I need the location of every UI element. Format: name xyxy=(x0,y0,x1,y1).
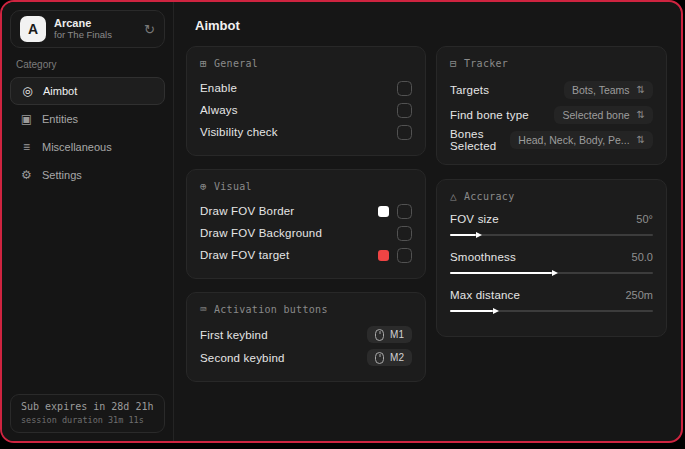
slider-fill xyxy=(450,310,493,312)
visual-icon: ⊕ xyxy=(200,180,207,193)
first-keybind-button[interactable]: M1 xyxy=(367,326,412,343)
brand-title: Arcane xyxy=(54,17,112,30)
setting-row-enable: Enable xyxy=(200,77,412,99)
visibility-check-checkbox[interactable] xyxy=(397,125,412,140)
setting-row-smoothness: Smoothness 50.0 xyxy=(450,248,653,277)
enable-checkbox[interactable] xyxy=(397,81,412,96)
sidebar-item-settings[interactable]: ⚙ Settings xyxy=(10,161,165,189)
setting-row-max-distance: Max distance 250m xyxy=(450,286,653,315)
setting-row-first-keybind: First keybind M1 xyxy=(200,323,412,346)
setting-label: FOV size xyxy=(450,213,499,225)
app-logo: A xyxy=(20,16,46,42)
fov-border-color-swatch[interactable] xyxy=(378,206,389,217)
category-label: Category xyxy=(16,59,159,70)
setting-label: Smoothness xyxy=(450,251,516,263)
targets-dropdown[interactable]: Bots, Teams ⇅ xyxy=(564,81,653,99)
sidebar-item-miscellaneous[interactable]: ≡ Miscellaneous xyxy=(10,133,165,161)
setting-label: Enable xyxy=(200,82,237,94)
max-distance-slider[interactable] xyxy=(450,307,653,315)
bones-selected-dropdown[interactable]: Head, Neck, Body, Pe... ⇅ xyxy=(510,131,653,149)
max-distance-value: 250m xyxy=(625,289,653,301)
panel-title: Activation buttons xyxy=(214,304,328,315)
sidebar: A Arcane for The Finals ↻ Category ◎ Aim… xyxy=(2,2,174,441)
panel-title: Accuracy xyxy=(464,191,515,202)
sidebar-item-label: Miscellaneous xyxy=(42,141,112,153)
dropdown-value: Bots, Teams xyxy=(572,84,630,96)
setting-row-second-keybind: Second keybind M2 xyxy=(200,346,412,369)
mouse-icon xyxy=(375,352,384,364)
setting-row-find-bone-type: Find bone type Selected bone ⇅ xyxy=(450,102,653,127)
brand-card: A Arcane for The Finals ↻ xyxy=(10,10,165,48)
panel-title: Visual xyxy=(214,181,252,192)
app-window: A Arcane for The Finals ↻ Category ◎ Aim… xyxy=(0,0,683,443)
fov-size-slider[interactable] xyxy=(450,231,653,239)
setting-label: Bones Selected xyxy=(450,128,510,152)
keyboard-icon: ⌨ xyxy=(200,303,207,316)
tracker-icon: ⊟ xyxy=(450,57,457,70)
gear-icon: ⚙ xyxy=(20,168,33,182)
subscription-info-box: Sub expires in 28d 21h session duration … xyxy=(10,394,165,433)
slider-fill xyxy=(450,234,476,236)
sidebar-nav: ◎ Aimbot ▣ Entities ≡ Miscellaneous ⚙ Se… xyxy=(2,77,173,189)
unfold-icon: ⇅ xyxy=(637,109,645,120)
panel-accuracy: △ Accuracy FOV size 50° xyxy=(436,179,667,337)
sidebar-item-label: Entities xyxy=(42,113,78,125)
subscription-expiry: Sub expires in 28d 21h xyxy=(21,401,154,412)
panel-tracker: ⊟ Tracker Targets Bots, Teams ⇅ Find bon… xyxy=(436,46,667,165)
setting-row-fov-size: FOV size 50° xyxy=(450,210,653,239)
setting-row-fov-target: Draw FOV target xyxy=(200,244,412,266)
refresh-icon[interactable]: ↻ xyxy=(144,22,155,37)
unfold-icon: ⇅ xyxy=(637,84,645,95)
smoothness-value: 50.0 xyxy=(632,251,653,263)
setting-row-visibility-check: Visibility check xyxy=(200,121,412,143)
fov-target-color-swatch[interactable] xyxy=(378,250,389,261)
smoothness-slider[interactable] xyxy=(450,269,653,277)
setting-label: Visibility check xyxy=(200,126,278,138)
second-keybind-button[interactable]: M2 xyxy=(367,349,412,366)
session-duration: session duration 31m 11s xyxy=(21,415,154,425)
unfold-icon: ⇅ xyxy=(637,134,645,145)
sidebar-item-label: Settings xyxy=(42,169,82,181)
panel-title: Tracker xyxy=(464,58,508,69)
always-checkbox[interactable] xyxy=(397,103,412,118)
sidebar-item-aimbot[interactable]: ◎ Aimbot xyxy=(10,77,165,105)
sidebar-item-label: Aimbot xyxy=(43,85,77,97)
general-icon: ⊞ xyxy=(200,57,207,70)
entities-icon: ▣ xyxy=(20,112,33,126)
setting-row-bones-selected: Bones Selected Head, Neck, Body, Pe... ⇅ xyxy=(450,127,653,152)
setting-label: Max distance xyxy=(450,289,520,301)
keybind-value: M1 xyxy=(390,329,404,340)
dropdown-value: Head, Neck, Body, Pe... xyxy=(518,134,629,146)
setting-label: Second keybind xyxy=(200,352,285,364)
panel-activation-buttons: ⌨ Activation buttons First keybind M1 Se… xyxy=(186,292,426,382)
setting-label: Targets xyxy=(450,84,489,96)
setting-label: Draw FOV Border xyxy=(200,205,294,217)
mouse-icon xyxy=(375,329,384,341)
setting-label: Find bone type xyxy=(450,109,529,121)
main-content: Aimbot ⊞ General Enable Always xyxy=(174,2,681,441)
fov-size-value: 50° xyxy=(636,213,653,225)
setting-label: Always xyxy=(200,104,238,116)
brand-subtitle: for The Finals xyxy=(54,30,112,41)
setting-row-fov-border: Draw FOV Border xyxy=(200,200,412,222)
keybind-value: M2 xyxy=(390,352,404,363)
panel-title: General xyxy=(214,58,258,69)
panel-general: ⊞ General Enable Always Visibility check xyxy=(186,46,426,156)
setting-label: First keybind xyxy=(200,329,268,341)
setting-label: Draw FOV target xyxy=(200,249,289,261)
accuracy-icon: △ xyxy=(450,190,457,203)
page-title: Aimbot xyxy=(195,18,667,33)
crosshair-icon: ◎ xyxy=(21,84,34,98)
sidebar-item-entities[interactable]: ▣ Entities xyxy=(10,105,165,133)
fov-target-checkbox[interactable] xyxy=(397,248,412,263)
slider-fill xyxy=(450,272,552,274)
setting-label: Draw FOV Background xyxy=(200,227,322,239)
fov-border-checkbox[interactable] xyxy=(397,204,412,219)
fov-background-checkbox[interactable] xyxy=(397,226,412,241)
panel-visual: ⊕ Visual Draw FOV Border Draw FOV Backgr… xyxy=(186,169,426,279)
setting-row-targets: Targets Bots, Teams ⇅ xyxy=(450,77,653,102)
find-bone-type-dropdown[interactable]: Selected bone ⇅ xyxy=(554,106,653,124)
dropdown-value: Selected bone xyxy=(562,109,629,121)
setting-row-fov-background: Draw FOV Background xyxy=(200,222,412,244)
brand-text: Arcane for The Finals xyxy=(54,17,112,41)
